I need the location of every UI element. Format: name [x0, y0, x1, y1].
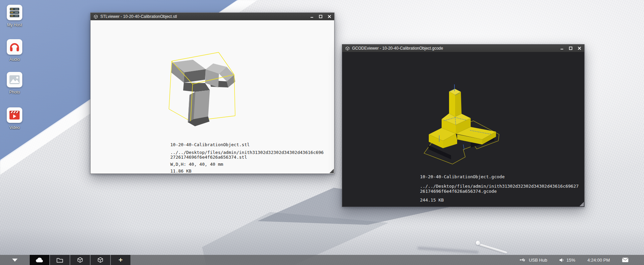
gcode-window-controls	[560, 47, 581, 50]
stl-filepath-line2: 2726174696f6e4f626a656374.stl	[170, 155, 247, 160]
stl-filename: 10-20-40-CalibrationObject.stl	[170, 142, 250, 147]
desktop-icon-photo[interactable]: Photo	[4, 72, 25, 95]
desktop-icon-label: Video	[4, 125, 25, 130]
cube-icon	[97, 257, 103, 263]
server-icon	[7, 5, 22, 20]
minimize-button[interactable]	[560, 47, 564, 50]
tray-usb[interactable]: USB Hub	[520, 258, 547, 263]
stl-window-title: STLviewer - 10-20-40-CalibrationObject.s…	[100, 14, 306, 19]
speaker-icon	[559, 258, 564, 262]
taskbar-gcode-viewer-button[interactable]	[91, 255, 110, 265]
desktop-icon-my-host[interactable]: My Host	[4, 5, 25, 27]
desktop-icon-label: Photo	[4, 90, 25, 95]
stl-window-titlebar[interactable]: STLviewer - 10-20-40-CalibrationObject.s…	[91, 13, 334, 20]
close-button[interactable]	[327, 15, 331, 19]
stl-filesize: 11.86 KB	[170, 169, 192, 174]
tray-volume[interactable]: 15%	[559, 258, 575, 263]
taskbar: + USB Hub 15% 4:24:00 PM	[0, 255, 644, 265]
close-button[interactable]	[577, 47, 581, 50]
desktop-icon-audio[interactable]: Audio	[4, 39, 25, 62]
gcode-filepath-line2: 26174696f6e4f626a656374.gcode	[420, 189, 497, 194]
resize-grip[interactable]	[579, 202, 584, 206]
tray-clock-label: 4:24:00 PM	[588, 258, 610, 263]
stl-viewer-window: STLviewer - 10-20-40-CalibrationObject.s…	[90, 12, 335, 174]
video-icon	[7, 107, 22, 123]
gcode-viewport[interactable]: 10-20-40-CalibrationObject.gcode ../../D…	[342, 52, 584, 207]
stl-filepath-line1: ../../Desktop/files/admin/inith31302d323…	[170, 150, 324, 155]
stl-viewport[interactable]: 10-20-40-CalibrationObject.stl ../../Des…	[91, 20, 334, 174]
maximize-button[interactable]	[569, 47, 572, 50]
cube-icon	[77, 257, 83, 263]
taskbar-cloud-button[interactable]	[30, 255, 49, 265]
resize-grip[interactable]	[329, 169, 334, 173]
wallpaper-stick-knob	[476, 241, 480, 245]
gcode-3d-model	[419, 81, 514, 165]
stl-dimensions: W,D,H: 40, 40, 40 mm	[170, 162, 223, 167]
headphones-icon	[7, 39, 22, 55]
gcode-viewer-window: GCODEviewer - 10-20-40-CalibrationObject…	[342, 44, 585, 207]
chevron-down-icon	[12, 259, 18, 262]
folder-icon	[56, 257, 63, 263]
minimize-button[interactable]	[310, 15, 314, 19]
taskbar-add-button[interactable]: +	[111, 255, 130, 265]
system-tray: USB Hub 15% 4:24:00 PM	[520, 255, 644, 265]
tray-clock[interactable]: 4:24:00 PM	[588, 258, 610, 263]
usb-icon	[520, 258, 526, 262]
cube-icon	[345, 46, 350, 51]
stl-3d-model	[163, 48, 250, 129]
taskbar-show-desktop-button[interactable]	[0, 255, 30, 265]
desktop-icon-label: Audio	[4, 57, 25, 62]
photo-icon	[7, 72, 22, 87]
gcode-window-title: GCODEviewer - 10-20-40-CalibrationObject…	[352, 46, 556, 51]
tray-volume-label: 15%	[566, 258, 575, 263]
tray-mail[interactable]	[622, 258, 628, 262]
taskbar-stl-viewer-button[interactable]	[70, 255, 90, 265]
taskbar-file-manager-button[interactable]	[50, 255, 70, 265]
desktop-icon-video[interactable]: Video	[4, 107, 25, 130]
cloud-icon	[35, 257, 44, 263]
taskbar-spacer	[131, 255, 520, 265]
envelope-icon	[622, 258, 628, 262]
desktop-icon-label: My Host	[4, 23, 25, 27]
cube-icon	[94, 15, 98, 19]
gcode-filesize: 244.15 KB	[420, 198, 444, 203]
gcode-window-titlebar[interactable]: GCODEviewer - 10-20-40-CalibrationObject…	[342, 45, 584, 52]
maximize-button[interactable]	[319, 15, 322, 19]
plus-icon: +	[119, 256, 123, 263]
gcode-filepath-line1: ../../Desktop/files/admin/inith31302d323…	[420, 184, 579, 189]
gcode-filename: 10-20-40-CalibrationObject.gcode	[420, 175, 504, 179]
stl-window-controls	[310, 15, 331, 19]
tray-usb-label: USB Hub	[529, 258, 547, 263]
